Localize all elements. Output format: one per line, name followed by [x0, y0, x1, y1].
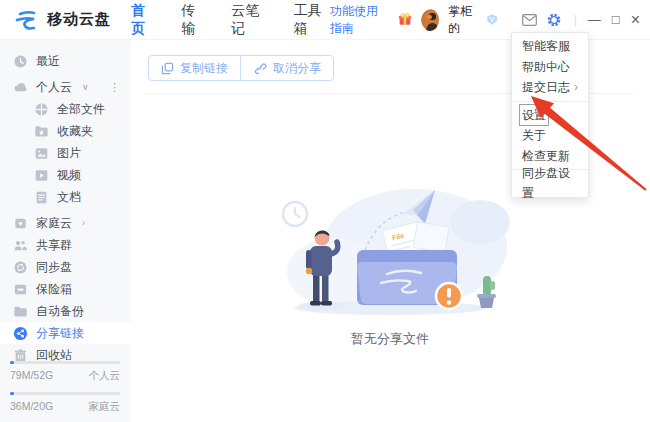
sidebar-item-recent[interactable]: 最近 — [0, 50, 130, 72]
menu-item-settings[interactable]: 设置 — [512, 105, 588, 126]
empty-illustration: File — [265, 162, 515, 317]
grid-icon — [34, 102, 49, 117]
share-icon — [13, 326, 28, 341]
separator: | — [574, 13, 577, 27]
video-icon — [34, 168, 49, 183]
nav-tab-home[interactable]: 首页 — [131, 2, 155, 38]
sidebar-item-documents[interactable]: 文档 — [0, 186, 130, 208]
storage-usage-personal: 79M/52G — [10, 369, 53, 383]
settings-annotation-box: 设置 — [519, 104, 549, 127]
settings-dropdown-menu: 智能客服 帮助中心 提交日志 › 设置 关于 检查更新 同步盘设置 — [511, 32, 589, 198]
cancel-share-button[interactable]: 取消分享 — [240, 56, 333, 80]
menu-item-smart-service[interactable]: 智能客服 — [512, 36, 588, 57]
safe-icon — [13, 282, 28, 297]
main-nav: 首页 传输 云笔记 工具箱 — [131, 2, 330, 38]
storage-bar-family — [10, 392, 120, 395]
sidebar-item-safe-box[interactable]: 保险箱 — [0, 278, 130, 300]
image-icon — [34, 146, 49, 161]
menu-item-sync-drive-settings[interactable]: 同步盘设置 — [512, 173, 588, 194]
people-icon — [13, 238, 28, 253]
sync-icon — [13, 260, 28, 275]
chevron-down-icon[interactable]: ∨ — [82, 82, 89, 92]
nav-tab-toolbox[interactable]: 工具箱 — [294, 2, 330, 38]
sidebar-item-shared-group[interactable]: 共享群 — [0, 234, 130, 256]
menu-divider — [512, 101, 588, 102]
storage-bar-personal — [10, 361, 120, 364]
link-off-icon — [253, 62, 267, 75]
nav-tab-notes[interactable]: 云笔记 — [231, 2, 267, 38]
cloud-logo-icon — [14, 8, 40, 32]
sidebar: 最近 个人云 ∨ ⋮ 全部文件 收藏夹 — [0, 40, 130, 422]
empty-state-text: 暂无分享文件 — [265, 330, 515, 348]
close-button[interactable]: × — [631, 11, 640, 29]
sidebar-item-all-files[interactable]: 全部文件 — [0, 98, 130, 120]
sidebar-item-share-links[interactable]: 分享链接 — [0, 322, 130, 344]
sidebar-item-favorites[interactable]: 收藏夹 — [0, 120, 130, 142]
app-logo: 移动云盘 — [14, 8, 131, 32]
document-icon — [34, 190, 49, 205]
home-heart-icon — [13, 216, 28, 231]
mail-icon[interactable] — [522, 14, 537, 26]
folder-star-icon — [34, 124, 49, 139]
storage-usage-family: 36M/20G — [10, 400, 53, 414]
menu-item-about[interactable]: 关于 — [512, 125, 588, 146]
storage-label-family: 家庭云 — [89, 400, 121, 414]
backup-folder-icon — [13, 304, 28, 319]
sidebar-item-sync-drive[interactable]: 同步盘 — [0, 256, 130, 278]
empty-state: File — [265, 162, 515, 348]
sidebar-item-auto-backup[interactable]: 自动备份 — [0, 300, 130, 322]
gift-icon[interactable] — [398, 11, 412, 28]
settings-gear-icon[interactable] — [546, 12, 562, 28]
avatar[interactable] — [421, 9, 439, 31]
minimize-button[interactable]: — — [588, 12, 601, 27]
app-title: 移动云盘 — [47, 10, 111, 29]
clock-icon — [13, 54, 28, 69]
menu-item-help-center[interactable]: 帮助中心 — [512, 57, 588, 78]
maximize-button[interactable]: □ — [612, 12, 620, 27]
storage-usage: 79M/52G 个人云 36M/20G 家庭云 — [0, 361, 130, 414]
submenu-arrow-icon: › — [574, 77, 578, 98]
sidebar-item-personal-cloud[interactable]: 个人云 ∨ ⋮ — [0, 76, 130, 98]
copy-link-button[interactable]: 复制链接 — [149, 56, 240, 80]
feature-guide-link[interactable]: 功能使用指南 — [330, 3, 389, 37]
sidebar-item-videos[interactable]: 视频 — [0, 164, 130, 186]
chevron-right-icon[interactable]: › — [82, 218, 85, 228]
menu-item-submit-logs[interactable]: 提交日志 › — [512, 77, 588, 98]
svg-text:V: V — [490, 16, 495, 23]
nav-tab-transfer[interactable]: 传输 — [181, 2, 205, 38]
more-options-icon[interactable]: ⋮ — [109, 81, 120, 94]
sidebar-item-pictures[interactable]: 图片 — [0, 142, 130, 164]
vip-badge-icon[interactable]: V — [486, 12, 498, 27]
sidebar-item-family-cloud[interactable]: 家庭云 › — [0, 212, 130, 234]
cloud-icon — [13, 80, 28, 95]
storage-label-personal: 个人云 — [89, 369, 121, 383]
copy-icon — [161, 62, 174, 75]
username[interactable]: 掌柜的 — [448, 3, 477, 37]
